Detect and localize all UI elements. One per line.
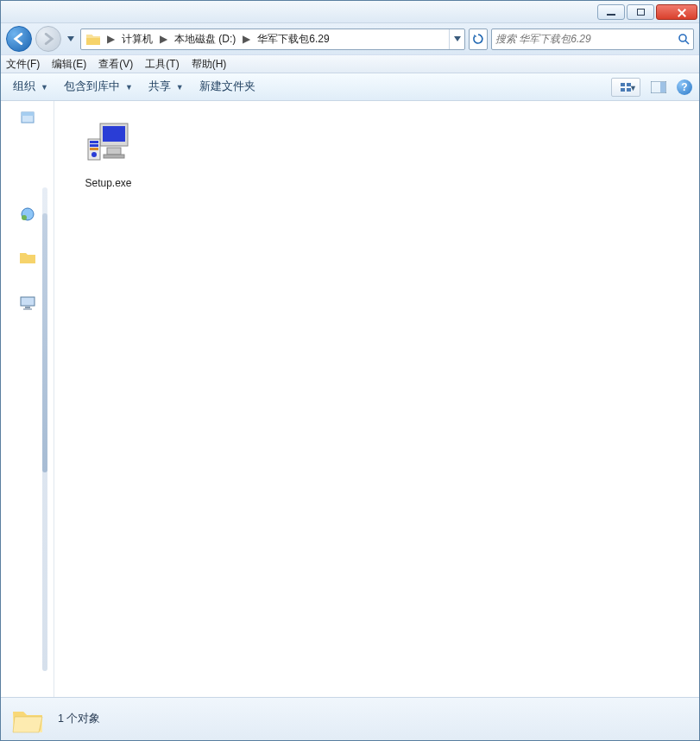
search-input[interactable] (495, 33, 678, 45)
menu-bar: 文件(F) 编辑(E) 查看(V) 工具(T) 帮助(H) (1, 54, 699, 73)
new-folder-button[interactable]: 新建文件夹 (194, 78, 261, 96)
nav-scrollbar[interactable] (42, 187, 47, 671)
maximize-button[interactable] (627, 4, 654, 20)
nav-pane[interactable] (1, 101, 54, 697)
menu-view[interactable]: 查看(V) (98, 57, 133, 72)
network-icon[interactable] (14, 206, 41, 225)
svg-rect-12 (21, 297, 35, 306)
svg-rect-16 (103, 126, 125, 142)
svg-rect-21 (90, 144, 98, 147)
folder-icon (85, 31, 101, 47)
breadcrumb-folder[interactable]: 华军下载包6.29 (254, 32, 332, 47)
setup-exe-icon (81, 115, 136, 170)
new-folder-label: 新建文件夹 (199, 79, 255, 94)
organize-label: 组织 (13, 79, 35, 94)
chevron-right-icon[interactable]: ▶ (239, 33, 254, 45)
breadcrumb-computer[interactable]: 计算机 (118, 32, 156, 47)
favorites-icon[interactable] (14, 110, 41, 129)
refresh-button[interactable] (469, 28, 488, 50)
explorer-window: ▶ 计算机 ▶ 本地磁盘 (D:) ▶ 华军下载包6.29 文件(F) 编辑(E… (0, 0, 700, 741)
svg-rect-20 (90, 141, 98, 143)
search-icon[interactable] (678, 33, 690, 45)
svg-rect-13 (25, 307, 30, 308)
chevron-right-icon[interactable]: ▶ (104, 33, 118, 45)
svg-rect-17 (107, 148, 121, 155)
close-button[interactable] (656, 4, 697, 20)
address-dropdown[interactable] (449, 29, 464, 49)
menu-help[interactable]: 帮助(H) (192, 57, 227, 72)
share-label: 共享 (148, 79, 171, 94)
content-area: Setup.exe (1, 101, 699, 697)
file-item[interactable]: Setup.exe (63, 110, 154, 194)
menu-tools[interactable]: 工具(T) (145, 57, 179, 72)
view-mode-button[interactable]: ▼ (611, 78, 640, 97)
titlebar[interactable] (1, 1, 699, 23)
include-library-button[interactable]: 包含到库中▼ (59, 78, 138, 96)
svg-rect-4 (621, 88, 625, 92)
svg-rect-18 (104, 155, 124, 158)
svg-rect-22 (90, 148, 98, 150)
status-folder-icon (9, 701, 46, 738)
file-list[interactable]: Setup.exe (54, 101, 699, 697)
command-bar: 组织▼ 包含到库中▼ 共享▼ 新建文件夹 ▼ ? (1, 73, 699, 101)
svg-point-0 (679, 35, 686, 41)
search-box[interactable] (491, 28, 694, 50)
address-bar[interactable]: ▶ 计算机 ▶ 本地磁盘 (D:) ▶ 华军下载包6.29 (80, 28, 465, 50)
breadcrumb-drive[interactable]: 本地磁盘 (D:) (171, 32, 239, 47)
menu-edit[interactable]: 编辑(E) (52, 57, 86, 72)
help-button[interactable]: ? (677, 79, 692, 95)
file-name: Setup.exe (68, 177, 148, 189)
share-button[interactable]: 共享▼ (143, 78, 189, 96)
forward-button[interactable] (35, 26, 61, 52)
organize-button[interactable]: 组织▼ (8, 78, 54, 96)
minimize-button[interactable] (597, 4, 625, 20)
svg-line-1 (685, 41, 689, 44)
folder-nav-icon[interactable] (14, 251, 41, 270)
svg-point-23 (91, 152, 97, 157)
nav-row: ▶ 计算机 ▶ 本地磁盘 (D:) ▶ 华军下载包6.29 (1, 23, 699, 54)
status-summary: 1 个对象 (58, 712, 100, 726)
svg-point-11 (22, 215, 27, 220)
svg-rect-14 (23, 308, 32, 310)
chevron-right-icon[interactable]: ▶ (156, 33, 171, 45)
svg-rect-7 (660, 82, 665, 92)
back-button[interactable] (6, 26, 32, 52)
computer-nav-icon[interactable] (14, 296, 41, 315)
menu-file[interactable]: 文件(F) (6, 57, 40, 72)
svg-rect-2 (621, 83, 625, 86)
status-bar: 1 个对象 (1, 697, 699, 740)
svg-rect-9 (22, 112, 34, 116)
preview-pane-button[interactable] (649, 78, 668, 97)
history-dropdown[interactable] (65, 30, 77, 48)
include-label: 包含到库中 (64, 79, 120, 94)
